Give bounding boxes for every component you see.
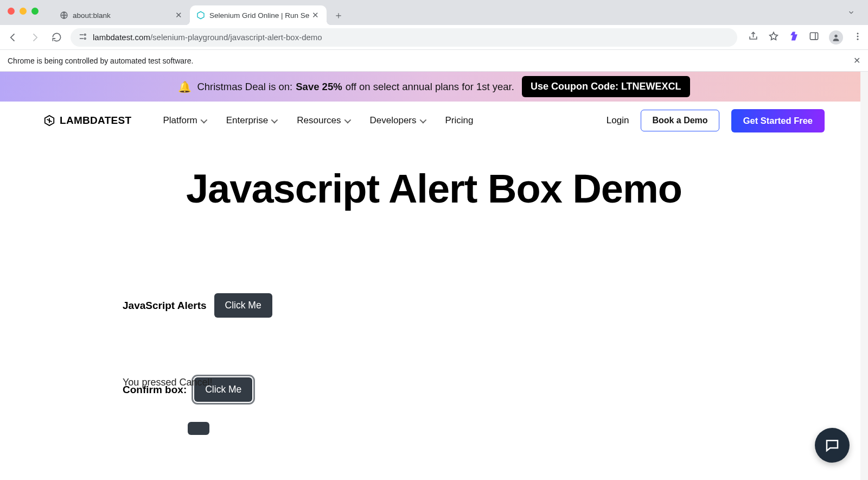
svg-point-1	[84, 34, 86, 35]
nav-item-developers[interactable]: Developers	[370, 115, 425, 126]
browser-toolbar: lambdatest.com/selenium-playground/javas…	[0, 25, 868, 50]
svg-point-4	[834, 34, 837, 37]
page-title: Javascript Alert Box Demo	[0, 166, 868, 212]
tab-close-icon[interactable]: ✕	[311, 10, 320, 20]
get-started-button[interactable]: Get Started Free	[731, 109, 825, 132]
window-zoom-icon[interactable]	[31, 8, 39, 15]
window-close-icon[interactable]	[8, 8, 15, 15]
demo-area: JavaScript Alerts Click Me Confirm box: …	[114, 293, 754, 435]
address-bar[interactable]: lambdatest.com/selenium-playground/javas…	[71, 28, 737, 47]
chevron-down-icon	[420, 115, 425, 126]
share-icon[interactable]	[748, 31, 758, 43]
tab-title: Selenium Grid Online | Run Se	[209, 11, 311, 20]
nav-item-resources[interactable]: Resources	[297, 115, 349, 126]
lambdatest-logo-icon	[43, 115, 55, 127]
demo-row-alert: JavaScript Alerts Click Me	[123, 293, 754, 318]
svg-point-6	[857, 35, 859, 37]
tab-close-icon[interactable]: ✕	[174, 10, 183, 20]
infobar-close-icon[interactable]: ✕	[853, 55, 860, 66]
nav-item-pricing[interactable]: Pricing	[445, 115, 474, 126]
book-demo-button[interactable]: Book a Demo	[641, 110, 719, 131]
tab-about-blank[interactable]: about:blank ✕	[53, 5, 190, 25]
site-nav: LAMBDATEST Platform Enterprise Resources…	[0, 102, 868, 140]
svg-rect-3	[810, 33, 818, 40]
tab-strip: about:blank ✕ Selenium Grid Online | Run…	[53, 0, 347, 25]
svg-point-7	[857, 38, 859, 40]
forward-button[interactable]	[27, 30, 42, 45]
alert-click-button[interactable]: Click Me	[214, 293, 272, 318]
brand-logo[interactable]: LAMBDATEST	[43, 115, 131, 127]
chat-icon	[824, 437, 840, 453]
window-traffic-lights	[8, 8, 39, 15]
automation-infobar: Chrome is being controlled by automated …	[0, 50, 868, 72]
back-button[interactable]	[5, 30, 21, 45]
window-minimize-icon[interactable]	[20, 8, 27, 15]
login-link[interactable]: Login	[607, 115, 629, 126]
prompt-click-button[interactable]	[188, 422, 209, 435]
kebab-menu-icon[interactable]	[853, 31, 863, 43]
url-host: lambdatest.com	[93, 33, 150, 42]
infobar-text: Chrome is being controlled by automated …	[8, 56, 193, 65]
window-titlebar: about:blank ✕ Selenium Grid Online | Run…	[0, 0, 868, 25]
promo-lead: Christmas Deal is on:	[197, 81, 292, 93]
nav-links: Platform Enterprise Resources Developers…	[163, 115, 473, 126]
new-tab-button[interactable]: ＋	[330, 7, 347, 24]
lambdatest-favicon-icon	[196, 11, 205, 20]
nav-item-enterprise[interactable]: Enterprise	[226, 115, 276, 126]
bookmark-star-icon[interactable]	[768, 31, 779, 44]
bell-icon: 🔔	[178, 80, 192, 93]
promo-banner[interactable]: 🔔 Christmas Deal is on: Save 25% off on …	[0, 72, 868, 102]
svg-point-2	[84, 37, 86, 39]
tab-selenium-grid[interactable]: Selenium Grid Online | Run Se ✕	[190, 5, 327, 25]
brand-text: LAMBDATEST	[60, 115, 131, 127]
page-viewport: 🔔 Christmas Deal is on: Save 25% off on …	[0, 72, 868, 480]
tab-title: about:blank	[73, 11, 174, 20]
chevron-down-icon	[201, 115, 206, 126]
coupon-pill[interactable]: Use Coupon Code: LTNEWEXCL	[522, 76, 690, 97]
extension-icon[interactable]	[789, 31, 799, 43]
nav-item-platform[interactable]: Platform	[163, 115, 205, 126]
site-settings-icon[interactable]	[78, 32, 87, 43]
url-path: /selenium-playground/javascript-alert-bo…	[150, 33, 322, 42]
svg-point-5	[857, 33, 859, 34]
alert-label: JavaScript Alerts	[123, 300, 207, 312]
promo-tail: off on select annual plans for 1st year.	[346, 81, 514, 93]
promo-bold: Save 25%	[296, 81, 342, 93]
panel-icon[interactable]	[809, 31, 819, 43]
chevron-down-icon	[271, 115, 276, 126]
chat-fab[interactable]	[815, 428, 850, 463]
reload-button[interactable]	[49, 30, 64, 45]
chevron-down-icon	[344, 115, 349, 126]
profile-avatar-icon[interactable]	[829, 30, 843, 45]
tab-list-chevron-icon[interactable]	[847, 9, 855, 18]
globe-icon	[60, 11, 68, 20]
vertical-scrollbar[interactable]	[860, 72, 868, 480]
